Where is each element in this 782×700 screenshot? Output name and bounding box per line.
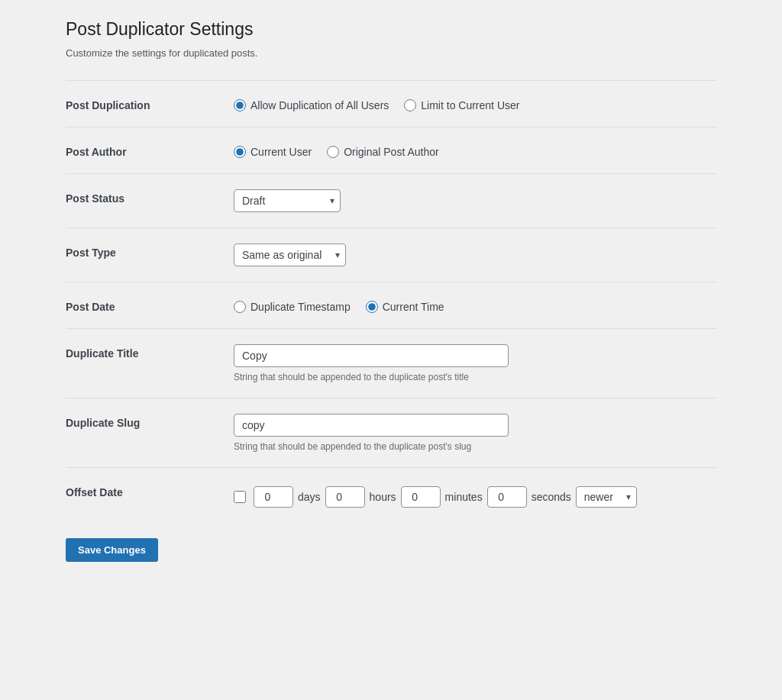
post-author-options: Current User Original Post Author (234, 143, 709, 158)
post-duplication-label: Post Duplication (66, 80, 218, 127)
post-author-row: Post Author Current User Original Post A… (66, 127, 716, 173)
duplicate-title-row: Duplicate Title String that should be ap… (66, 328, 716, 398)
offset-direction-wrapper: newer older ▾ (576, 486, 637, 508)
allow-all-users-option[interactable]: Allow Duplication of All Users (234, 99, 389, 111)
offset-date-checkbox[interactable] (234, 491, 246, 503)
post-status-select-wrapper: Draft Published Pending Private ▾ (234, 189, 341, 212)
current-time-option[interactable]: Current Time (366, 301, 444, 313)
offset-hours-input[interactable] (325, 486, 365, 508)
post-type-row: Post Type Same as original Post Page ▾ (66, 227, 716, 282)
limit-current-user-option[interactable]: Limit to Current User (404, 99, 519, 111)
post-author-label: Post Author (66, 127, 218, 173)
save-changes-button[interactable]: Save Changes (66, 538, 158, 562)
post-duplication-options: Allow Duplication of All Users Limit to … (234, 96, 709, 111)
post-status-select[interactable]: Draft Published Pending Private (234, 189, 341, 212)
limit-current-user-radio[interactable] (404, 99, 416, 111)
post-status-row: Post Status Draft Published Pending Priv… (66, 173, 716, 227)
offset-date-group: days hours minutes seconds newer older (234, 483, 709, 508)
duplicate-slug-help: String that should be appended to the du… (234, 441, 709, 452)
original-author-option[interactable]: Original Post Author (327, 146, 439, 158)
duplicate-timestamp-option[interactable]: Duplicate Timestamp (234, 301, 351, 313)
duplicate-slug-label: Duplicate Slug (66, 398, 218, 467)
settings-page: Post Duplicator Settings Customize the s… (47, 0, 735, 592)
offset-date-label: Offset Date (66, 467, 218, 523)
post-date-row: Post Date Duplicate Timestamp Current Ti… (66, 282, 716, 328)
duplicate-slug-input[interactable] (234, 414, 509, 437)
post-type-select-wrapper: Same as original Post Page ▾ (234, 244, 346, 266)
post-type-select[interactable]: Same as original Post Page (234, 244, 346, 266)
duplicate-title-input[interactable] (234, 344, 509, 367)
page-subtitle: Customize the settings for duplicated po… (66, 47, 716, 59)
minutes-label: minutes (445, 491, 483, 503)
post-date-options: Duplicate Timestamp Current Time (234, 298, 709, 313)
current-user-label: Current User (250, 146, 312, 158)
duplicate-title-label: Duplicate Title (66, 328, 218, 398)
offset-days-input[interactable] (254, 486, 293, 508)
duplicate-timestamp-label: Duplicate Timestamp (250, 301, 351, 313)
original-author-label: Original Post Author (344, 146, 439, 158)
allow-all-users-radio[interactable] (234, 99, 246, 111)
offset-minutes-input[interactable] (401, 486, 441, 508)
settings-table: Post Duplication Allow Duplication of Al… (66, 80, 716, 523)
days-label: days (298, 491, 321, 503)
offset-direction-select[interactable]: newer older (576, 486, 637, 508)
seconds-label: seconds (532, 491, 571, 503)
current-user-radio[interactable] (234, 146, 246, 158)
hours-label: hours (370, 491, 396, 503)
duplicate-slug-row: Duplicate Slug String that should be app… (66, 398, 716, 467)
offset-seconds-input[interactable] (487, 486, 527, 508)
page-title: Post Duplicator Settings (66, 18, 716, 41)
post-status-label: Post Status (66, 173, 218, 227)
offset-date-row: Offset Date days hours minutes seconds (66, 467, 716, 523)
allow-all-users-label: Allow Duplication of All Users (250, 99, 389, 111)
post-date-label: Post Date (66, 282, 218, 328)
original-author-radio[interactable] (327, 146, 339, 158)
limit-current-user-label: Limit to Current User (421, 99, 519, 111)
post-type-label: Post Type (66, 227, 218, 282)
current-time-radio[interactable] (366, 301, 378, 313)
current-user-option[interactable]: Current User (234, 146, 312, 158)
duplicate-timestamp-radio[interactable] (234, 301, 246, 313)
current-time-label: Current Time (383, 301, 444, 313)
post-duplication-row: Post Duplication Allow Duplication of Al… (66, 80, 716, 127)
duplicate-title-help: String that should be appended to the du… (234, 372, 709, 382)
